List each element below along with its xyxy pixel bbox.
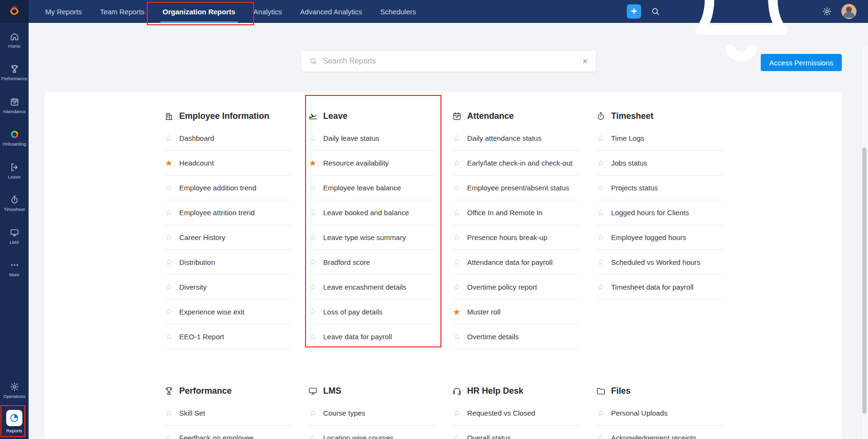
star-outline-icon[interactable]: ☆ xyxy=(308,332,317,342)
sidebar-item-reports[interactable]: Reports xyxy=(0,408,29,435)
report-item-overtime-details[interactable]: ☆Overtime details xyxy=(452,324,580,349)
star-outline-icon[interactable]: ☆ xyxy=(596,133,605,143)
user-avatar[interactable] xyxy=(841,4,857,19)
report-item-logged-hours-for-clients[interactable]: ☆Logged hours for Clients xyxy=(596,200,724,225)
sidebar-item-home[interactable]: Home xyxy=(0,30,29,51)
scrollbar-track[interactable] xyxy=(861,46,868,439)
report-item-resource-availability[interactable]: ★Resource availability xyxy=(308,151,436,176)
star-outline-icon[interactable]: ☆ xyxy=(452,208,461,218)
star-outline-icon[interactable]: ☆ xyxy=(596,257,605,267)
report-item-requested-vs-closed[interactable]: ☆Requested vs Closed xyxy=(452,401,580,426)
app-logo[interactable] xyxy=(0,0,29,23)
star-outline-icon[interactable]: ☆ xyxy=(596,183,605,193)
report-item-muster-roll[interactable]: ★Muster roll xyxy=(452,300,580,324)
star-outline-icon[interactable]: ☆ xyxy=(164,307,174,317)
search-icon[interactable] xyxy=(651,7,660,16)
star-outline-icon[interactable]: ☆ xyxy=(596,232,605,242)
report-item-diversity[interactable]: ☆Diversity xyxy=(164,275,292,300)
report-item-overall-status[interactable]: ☆Overall status xyxy=(452,426,580,439)
star-outline-icon[interactable]: ☆ xyxy=(596,208,605,218)
star-outline-icon[interactable]: ☆ xyxy=(452,332,461,342)
report-item-course-types[interactable]: ☆Course types xyxy=(308,401,436,426)
report-item-daily-attendance-status[interactable]: ☆Daily attendance status xyxy=(452,126,580,151)
star-outline-icon[interactable]: ☆ xyxy=(452,232,461,242)
star-outline-icon[interactable]: ☆ xyxy=(308,183,317,193)
report-item-time-logs[interactable]: ☆Time Logs xyxy=(596,126,724,151)
report-item-early-late-check-in-and-check-out[interactable]: ☆Early/late check-in and check-out xyxy=(452,151,580,176)
star-outline-icon[interactable]: ☆ xyxy=(164,433,174,439)
report-item-loss-of-pay-details[interactable]: ☆Loss of pay details xyxy=(308,300,436,324)
sidebar-item-performance[interactable]: Performance xyxy=(0,62,29,83)
star-outline-icon[interactable]: ☆ xyxy=(164,183,174,193)
star-outline-icon[interactable]: ☆ xyxy=(452,183,461,193)
report-item-bradford-score[interactable]: ☆Bradford score xyxy=(308,250,436,275)
report-item-experience-wise-exit[interactable]: ☆Experience wise exit xyxy=(164,300,292,324)
star-outline-icon[interactable]: ☆ xyxy=(308,408,317,418)
notifications-button[interactable]: 12 xyxy=(670,0,813,83)
star-outline-icon[interactable]: ☆ xyxy=(308,307,317,317)
tab-team-reports[interactable]: Team Reports xyxy=(91,0,153,23)
star-outline-icon[interactable]: ☆ xyxy=(596,282,605,292)
star-outline-icon[interactable]: ☆ xyxy=(452,433,461,439)
report-item-skill-set[interactable]: ☆Skill Set xyxy=(164,401,292,426)
report-item-leave-encashment-details[interactable]: ☆Leave encashment details xyxy=(308,275,436,300)
clear-search-icon[interactable]: × xyxy=(582,56,588,66)
tab-my-reports[interactable]: My Reports xyxy=(36,0,91,23)
scrollbar-thumb[interactable] xyxy=(862,147,867,414)
star-outline-icon[interactable]: ☆ xyxy=(596,408,605,418)
tab-organization-reports[interactable]: Organization Reports xyxy=(153,0,245,23)
star-outline-icon[interactable]: ☆ xyxy=(164,133,174,143)
star-outline-icon[interactable]: ☆ xyxy=(308,257,317,267)
report-item-distribution[interactable]: ☆Distribution xyxy=(164,250,292,275)
report-item-jobs-status[interactable]: ☆Jobs status xyxy=(596,151,724,176)
star-outline-icon[interactable]: ☆ xyxy=(308,133,317,143)
report-item-attendance-data-for-payroll[interactable]: ☆Attendance data for payroll xyxy=(452,250,580,275)
report-item-employee-attrition-trend[interactable]: ☆Employee attrition trend xyxy=(164,200,292,225)
report-item-leave-booked-and-balance[interactable]: ☆Leave booked and balance xyxy=(308,200,436,225)
report-item-employee-leave-balance[interactable]: ☆Employee leave balance xyxy=(308,176,436,200)
star-filled-icon[interactable]: ★ xyxy=(452,307,461,317)
tab-advanced-analytics[interactable]: Advanced Analytics xyxy=(291,0,371,23)
report-item-employee-addition-trend[interactable]: ☆Employee addition trend xyxy=(164,176,292,200)
report-item-employee-logged-hours[interactable]: ☆Employee logged hours xyxy=(596,225,724,250)
star-outline-icon[interactable]: ☆ xyxy=(164,332,174,342)
report-item-feedback-on-employee[interactable]: ☆Feedback on employee xyxy=(164,426,292,439)
star-outline-icon[interactable]: ☆ xyxy=(164,257,174,267)
search-input[interactable] xyxy=(323,57,577,65)
star-outline-icon[interactable]: ☆ xyxy=(452,133,461,143)
add-button[interactable]: + xyxy=(627,4,641,19)
report-item-leave-data-for-payroll[interactable]: ☆Leave data for payroll xyxy=(308,324,436,349)
star-outline-icon[interactable]: ☆ xyxy=(308,232,317,242)
star-outline-icon[interactable]: ☆ xyxy=(596,433,605,439)
settings-gear-icon[interactable] xyxy=(822,7,832,16)
star-outline-icon[interactable]: ☆ xyxy=(308,208,317,218)
star-filled-icon[interactable]: ★ xyxy=(308,158,317,168)
star-outline-icon[interactable]: ☆ xyxy=(164,208,174,218)
report-item-dashboard[interactable]: ☆Dashboard xyxy=(164,126,292,151)
sidebar-item-attendance[interactable]: Attendance xyxy=(0,95,29,116)
star-outline-icon[interactable]: ☆ xyxy=(452,257,461,267)
sidebar-item-lms[interactable]: LMS xyxy=(0,226,29,247)
sidebar-item-timesheet[interactable]: Timesheet xyxy=(0,193,29,214)
star-filled-icon[interactable]: ★ xyxy=(164,158,174,168)
report-item-projects-status[interactable]: ☆Projects status xyxy=(596,176,724,200)
report-item-presence-hours-break-up[interactable]: ☆Presence hours break-up xyxy=(452,225,580,250)
star-outline-icon[interactable]: ☆ xyxy=(308,433,317,439)
report-item-overtime-policy-report[interactable]: ☆Overtime policy report xyxy=(452,275,580,300)
tab-schedulers[interactable]: Schedulers xyxy=(371,0,425,23)
star-outline-icon[interactable]: ☆ xyxy=(452,158,461,168)
sidebar-item-onboarding[interactable]: Onboarding xyxy=(0,127,29,148)
report-item-location-wise-courses[interactable]: ☆Location wise courses xyxy=(308,426,436,439)
report-item-timesheet-data-for-payroll[interactable]: ☆Timesheet data for payroll xyxy=(596,275,724,300)
report-item-acknowledgement-receipts[interactable]: ☆Acknowledgement receipts xyxy=(596,426,724,439)
star-outline-icon[interactable]: ☆ xyxy=(452,282,461,292)
report-item-leave-type-wise-summary[interactable]: ☆Leave type wise summary xyxy=(308,225,436,250)
star-outline-icon[interactable]: ☆ xyxy=(596,158,605,168)
star-outline-icon[interactable]: ☆ xyxy=(164,408,174,418)
sidebar-item-operations[interactable]: Operations xyxy=(0,380,29,401)
report-item-personal-uploads[interactable]: ☆Personal Uploads xyxy=(596,401,724,426)
report-item-office-in-and-remote-in[interactable]: ☆Office In and Remote In xyxy=(452,200,580,225)
tab-analytics[interactable]: Analytics xyxy=(245,0,291,23)
star-outline-icon[interactable]: ☆ xyxy=(164,232,174,242)
report-item-career-history[interactable]: ☆Career History xyxy=(164,225,292,250)
